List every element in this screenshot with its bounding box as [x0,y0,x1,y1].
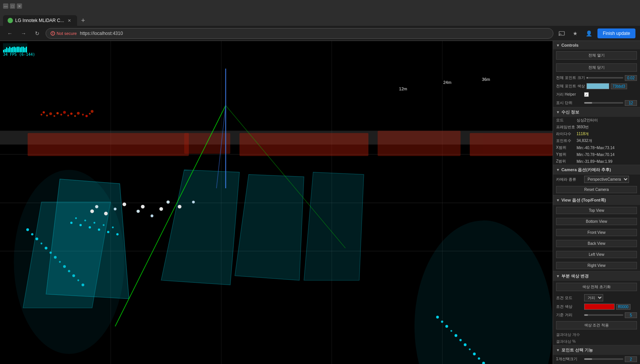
radar-count-row: 라이다수 1118개 [553,131,640,137]
viewport[interactable]: 34 FPS (6-144) 12m 24m 36m [0,41,553,364]
distance-helper-checkbox-container: ✓ [584,92,589,97]
frame-row: 프레임번호 3693번 [553,124,640,131]
bookmark-button[interactable]: ★ [570,28,581,39]
base-distance-slider-container: 5 [584,312,637,318]
reset-camera-row: Reset Camera [553,184,640,195]
result-count-label: 결과대상 개수 [556,332,580,337]
controls-section-header[interactable]: ▼ Controls [553,41,640,49]
right-view-button[interactable]: Right View [556,262,637,269]
svg-point-57 [166,200,169,203]
radar-count-label: 라이다수 [556,131,575,137]
svg-point-10 [49,112,52,115]
svg-point-16 [70,113,73,115]
select-size-slider[interactable] [584,358,623,360]
profile-button[interactable]: 👤 [584,28,594,39]
apply-color-button[interactable]: 색상 조건 적용 [556,321,637,329]
color-change-header[interactable]: ▼ 부분 색상 변경 [553,271,640,281]
tab-bar: LG Innotek MLiDAR C... ✕ + [0,12,640,26]
point-select-header[interactable]: ▼ 포인트 선택 기능 [553,345,640,355]
display-unit-value[interactable]: 12 [625,100,637,106]
display-unit-slider-container: 12 [584,100,637,106]
apply-color-row: 색상 조건 적용 [553,319,640,331]
maximize-button[interactable]: □ [10,3,15,9]
base-distance-value[interactable]: 5 [625,312,637,318]
svg-point-74 [450,330,452,332]
svg-point-20 [85,115,88,117]
bottom-view-button[interactable]: Bottom View [556,218,637,225]
minimize-button[interactable]: — [3,3,8,9]
point-color-picker[interactable] [586,83,609,89]
svg-marker-45 [161,170,239,285]
tab-close-button[interactable]: ✕ [66,17,73,24]
svg-point-22 [91,110,93,113]
base-distance-slider[interactable] [584,314,623,316]
left-view-button[interactable]: Left View [556,251,637,258]
radar-count-value: 1118개 [577,131,589,137]
close-button[interactable]: ✕ [17,3,22,9]
not-secure-icon [51,31,55,36]
point-select-chevron-icon: ▼ [556,348,560,352]
receive-info-header[interactable]: ▼ 수신 정보 [553,107,640,117]
x-range-row: X범위 Min:-40.78~Max:73.14 [553,144,640,151]
mode-label: 모드 [556,118,575,123]
open-all-button[interactable]: 전체 열기 [556,51,637,60]
svg-rect-25 [240,133,369,156]
reset-color-button[interactable]: 색상 전체 초기화 [556,283,637,291]
select-size-value[interactable]: 2 [625,356,637,362]
close-all-row: 전체 닫기 [553,61,640,74]
svg-point-9 [46,115,48,117]
main-content: 34 FPS (6-144) 12m 24m 36m ▼ Controls 전체… [0,41,640,364]
point-size-value[interactable]: 0.02 [625,75,637,81]
cast-icon [559,30,565,36]
point-count-label: 포인트수 [556,138,575,143]
point-size-slider-container: 0.02 [586,75,637,81]
svg-point-29 [26,228,29,231]
svg-point-65 [93,222,95,224]
address-input-container[interactable]: Not secure https://localhost:4310 [46,28,553,39]
close-all-button[interactable]: 전체 닫기 [556,63,637,72]
select-size-fill [584,358,592,360]
new-tab-button[interactable]: + [78,15,88,26]
tab-favicon [8,18,13,23]
reload-button[interactable]: ↻ [32,28,43,39]
result-pct-row: 결과대상 % [553,338,640,345]
point-cloud-svg [0,41,553,364]
window-controls[interactable]: — □ ✕ [3,3,22,9]
address-bar: ← → ↻ Not secure https://localhost:4310 … [0,26,640,41]
back-button[interactable]: ← [5,28,15,39]
top-view-button[interactable]: Top View [556,207,637,214]
back-view-row: Back View [553,238,640,249]
finish-update-button[interactable]: Finish update [597,28,635,38]
camera-chevron-icon: ▼ [556,168,560,172]
camera-options-header[interactable]: ▼ Camera 옵션(카메라 추후) [553,165,640,175]
address-actions: ★ 👤 Finish update [556,28,635,39]
svg-point-54 [141,205,145,209]
point-size-slider[interactable] [586,77,623,79]
result-count-row: 결과대상 개수 [553,331,640,338]
browser-chrome: — □ ✕ LG Innotek MLiDAR C... ✕ + ← → ↻ N… [0,0,640,41]
forward-button[interactable]: → [18,28,29,39]
y-range-value: Min:-70.78~Max:70.14 [577,153,615,157]
point-color-value[interactable]: 73bbd3 [611,84,627,89]
svg-marker-43 [46,179,129,299]
select-size-row: 1개선택크기 2 [553,355,640,363]
reset-camera-button[interactable]: Reset Camera [556,186,637,193]
svg-point-49 [95,205,98,208]
back-view-button[interactable]: Back View [556,240,637,247]
cast-button[interactable] [556,28,567,39]
svg-point-63 [84,219,86,221]
active-tab[interactable]: LG Innotek MLiDAR C... ✕ [3,15,77,26]
display-unit-slider[interactable] [584,102,623,104]
svg-point-44 [414,221,553,364]
camera-type-select[interactable]: PerspectiveCamera [584,176,629,183]
x-range-label: X범위 [556,145,575,150]
svg-point-18 [77,112,79,115]
view-options-header[interactable]: ▼ View 옵션 (Top/Font쪽) [553,195,640,205]
front-view-button[interactable]: Front View [556,229,637,236]
condition-color-picker[interactable] [584,304,615,310]
distance-helper-checkbox[interactable]: ✓ [584,92,589,97]
condition-mode-select[interactable]: 거리 [584,294,603,301]
condition-color-value[interactable]: ff0000 [616,304,631,310]
y-range-label: Y범위 [556,152,575,157]
point-cloud-background: 34 FPS (6-144) 12m 24m 36m [0,41,553,364]
